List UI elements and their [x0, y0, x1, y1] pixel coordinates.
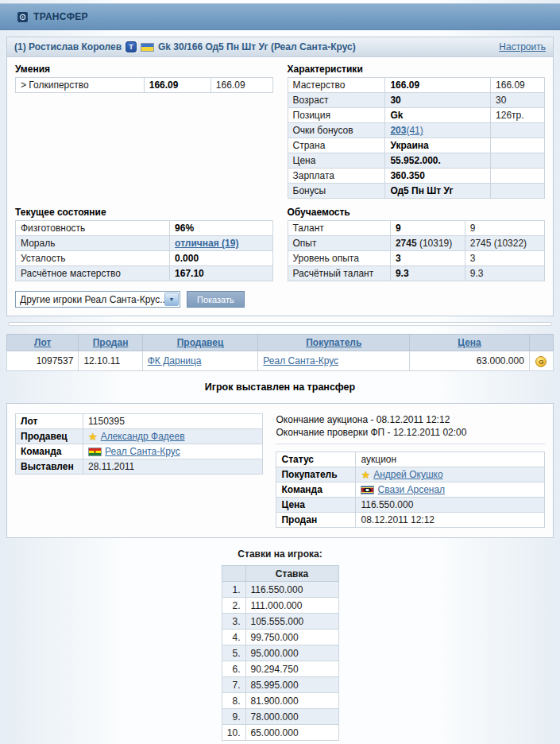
lot-panel: Лот 1150395 Продавец ★Александр Фадеев К…: [6, 403, 554, 538]
sort-seller-link[interactable]: Продавец: [177, 337, 224, 348]
seller-link[interactable]: ФК Дарница: [148, 355, 202, 366]
current-state-title: Текущее состояние: [15, 207, 273, 218]
cell-label: Позиция: [288, 108, 385, 123]
bids-header-row: Ставка: [222, 566, 338, 582]
cell-value2: 3: [465, 251, 544, 266]
header-lot: Лот: [7, 335, 79, 351]
auction-end-line: Окончание аукциона - 08.12.2011 12:12: [276, 413, 545, 426]
bid-value: 90.294.750: [245, 661, 338, 677]
bid-rank: 9.: [222, 709, 245, 725]
cell-value2: 166.09: [491, 78, 545, 93]
bid-rank: 1.: [222, 582, 245, 598]
auction-separator: [276, 444, 545, 444]
table-row: Бонусы Од5 Пн Шт Уг: [288, 184, 545, 199]
cell-value: 166.09: [385, 78, 491, 93]
bid-value: 85.995.000: [245, 677, 338, 693]
sort-sold-link[interactable]: Продан: [93, 337, 129, 348]
cell-label: Бонусы: [288, 184, 385, 199]
player-details: Умения > Голкиперство 166.09 166.09 Хара…: [7, 57, 553, 316]
table-row: Расчётное мастерство 167.10: [16, 266, 273, 281]
listed-date: 28.11.2011: [83, 459, 263, 475]
cell-label: Талант: [288, 221, 390, 236]
history-row: 1097537 12.10.11 ФК Дарница Реал Санта-К…: [7, 351, 554, 371]
cell-value: 3: [390, 251, 465, 266]
cell-label: Продавец: [16, 429, 83, 444]
history-seller: ФК Дарница: [142, 351, 258, 371]
gold-coin-icon: G: [535, 356, 546, 367]
cell-value: Gk: [385, 108, 491, 123]
experience-cell: 2745 (10319): [390, 236, 465, 251]
bid-row: 4.99.750.000: [222, 630, 338, 645]
bids-table: Ставка 1.116.550.000 2.111.000.000 3.105…: [222, 565, 339, 741]
bid-value: 116.550.000: [245, 582, 338, 598]
cell-label: Усталость: [16, 251, 170, 266]
seller-manager-link[interactable]: Александр Фадеев: [101, 431, 185, 442]
history-lot: 1097537: [7, 351, 79, 371]
bid-rank: 4.: [222, 630, 245, 645]
cell-value2: 166.09: [210, 78, 272, 93]
show-button[interactable]: Показать: [187, 291, 245, 308]
bid-row: 6.90.294.750: [222, 661, 338, 677]
cell-value: Украина: [385, 138, 491, 153]
bid-rank: 2.: [222, 598, 245, 614]
characteristics-title: Характеристики: [288, 64, 546, 75]
header-sold: Продан: [79, 335, 142, 351]
table-row: Физготовность 96%: [16, 221, 273, 236]
sort-lot-link[interactable]: Лот: [34, 337, 51, 348]
table-row: Статус аукцион: [276, 452, 545, 467]
bid-row: 9.78.000.000: [222, 709, 338, 725]
cell-label: Статус: [276, 452, 356, 467]
configure-link[interactable]: Настроить: [499, 41, 546, 52]
morale-link[interactable]: отличная (19): [175, 238, 238, 249]
sort-buyer-link[interactable]: Покупатель: [306, 337, 361, 348]
buyer-manager-link[interactable]: Андрей Окушко: [373, 469, 442, 480]
seller-team-link[interactable]: Реал Санта-Крус: [105, 446, 180, 457]
bids-title: Ставки на игрока:: [6, 548, 554, 560]
player-panel: (1) Ростислав Королев T Gk 30/166 Од5 Пн…: [6, 37, 554, 316]
bid-row: 8.81.900.000: [222, 693, 338, 709]
buyer-link[interactable]: Реал Санта-Крус: [263, 355, 338, 366]
transfer-status-text: Игрок выставлен на трансфер: [6, 382, 554, 393]
cell-value: Од5 Пн Шт Уг: [385, 184, 491, 199]
select-value: Другие игроки Реал Санта-Крус...: [20, 294, 164, 305]
page-title: ТРАНСФЕР: [33, 11, 88, 22]
bid-row: 10.65.000.000: [222, 725, 338, 741]
table-row: Позиция Gk 126тр.: [288, 108, 545, 123]
player-header-bar: (1) Ростислав Королев T Gk 30/166 Од5 Пн…: [7, 37, 553, 57]
seller-cell: ★Александр Фадеев: [83, 429, 263, 444]
cell-label: Выставлен: [16, 459, 83, 475]
sort-price-link[interactable]: Цена: [458, 337, 481, 348]
cell-label: Цена: [288, 153, 385, 169]
cell-label: > Голкиперство: [16, 78, 145, 93]
header-currency: [529, 335, 553, 351]
table-row: Талант 9 9: [288, 221, 545, 236]
section-divider: [8, 322, 552, 326]
bid-row: 7.85.995.000: [222, 677, 338, 693]
bid-value: 81.900.000: [245, 693, 338, 709]
auction-column: Окончание аукциона - 08.12.2011 12:12 Ок…: [276, 413, 545, 528]
bid-row: 3.105.555.000: [222, 614, 338, 630]
transfer-history-table: Лот Продан Продавец Покупатель Цена 1097…: [6, 334, 554, 371]
bids-value-header: Ставка: [245, 566, 338, 582]
table-row: Цена 55.952.000.: [288, 153, 545, 169]
bonus-points-link[interactable]: 203(41): [390, 125, 423, 136]
cell-label: Очки бонусов: [288, 123, 385, 138]
auction-sold-date: 08.12.2011 12:12: [356, 513, 545, 528]
table-row: Покупатель ★Андрей Окушко: [276, 467, 545, 482]
buyer-team-link[interactable]: Свази Арсенал: [377, 484, 445, 495]
cell-value: 360.350: [385, 169, 491, 184]
cell-value: 166.09: [144, 78, 210, 93]
cell-value2: 9: [465, 221, 544, 236]
cell-label: Физготовность: [16, 221, 170, 236]
cell-value2: [491, 123, 545, 138]
cell-value: 30: [385, 93, 491, 108]
chevron-down-icon[interactable]: ▼: [164, 293, 179, 306]
other-players-select[interactable]: Другие игроки Реал Санта-Крус... ▼: [15, 291, 180, 308]
cell-label: Мораль: [16, 236, 170, 251]
table-row: Продан 08.12.2011 12:12: [276, 513, 545, 528]
bid-rank: 7.: [222, 677, 245, 693]
other-players-row: Другие игроки Реал Санта-Крус... ▼ Показ…: [15, 291, 545, 308]
header-buyer: Покупатель: [258, 335, 410, 351]
auction-table: Статус аукцион Покупатель ★Андрей Окушко…: [276, 451, 545, 528]
cell-label: Продан: [276, 513, 356, 528]
